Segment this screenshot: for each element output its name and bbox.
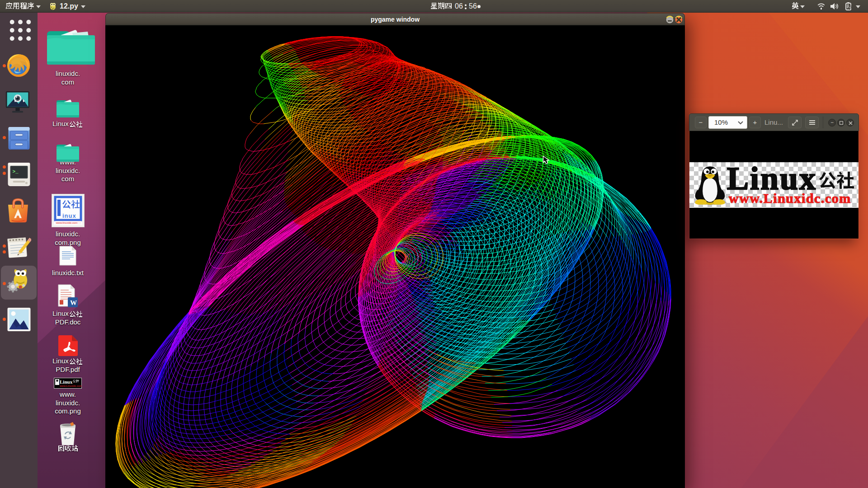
svg-text:www.Linuxidc.com: www.Linuxidc.com bbox=[59, 385, 82, 387]
svg-text:W: W bbox=[70, 299, 77, 306]
svg-text:www.linuxidc.com: www.linuxidc.com bbox=[56, 221, 77, 224]
svg-text:inux: inux bbox=[62, 212, 76, 219]
svg-text:Linux: Linux bbox=[60, 379, 73, 385]
svg-text:>_: >_ bbox=[13, 169, 19, 174]
